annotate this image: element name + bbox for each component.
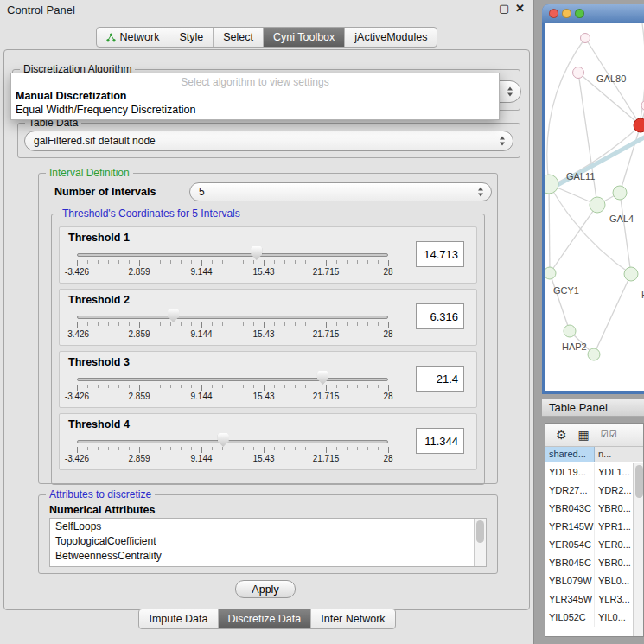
table-panel-title: Table Panel bbox=[549, 401, 608, 414]
collapse-window-icon[interactable]: ▢ bbox=[499, 2, 509, 15]
select-columns-icon[interactable]: ☑☑ bbox=[601, 430, 618, 439]
tab-network[interactable]: Network bbox=[97, 28, 169, 47]
apply-button[interactable]: Apply bbox=[235, 580, 296, 598]
slider-track[interactable] bbox=[77, 378, 388, 381]
cell-name[interactable]: YDL1... bbox=[595, 463, 633, 481]
table-row[interactable]: YER054CYER0... bbox=[545, 536, 633, 554]
cell-name[interactable]: YBR0... bbox=[595, 554, 633, 572]
threshold-value-box[interactable]: 6.316 bbox=[416, 303, 464, 329]
cell-shared-name[interactable]: YBR043C bbox=[545, 500, 595, 518]
table-row[interactable]: YDL19...YDL1... bbox=[545, 463, 633, 481]
tab-jactivemodules[interactable]: jActiveModules bbox=[344, 28, 437, 47]
network-edge[interactable] bbox=[549, 184, 550, 273]
bottom-tab-row: Impute Data Discretize Data Infer Networ… bbox=[0, 609, 534, 629]
cell-shared-name[interactable]: YBL079W bbox=[545, 572, 595, 590]
interval-definition-group: Interval Definition Number of Intervals … bbox=[38, 173, 498, 484]
network-node[interactable] bbox=[613, 186, 627, 200]
network-edge[interactable] bbox=[620, 193, 631, 274]
table-row[interactable]: YBR043CYBR0... bbox=[545, 500, 633, 518]
tab-cyni-toolbox[interactable]: Cyni Toolbox bbox=[263, 28, 344, 47]
cell-shared-name[interactable]: YER054C bbox=[545, 536, 595, 554]
slider-thumb[interactable] bbox=[218, 433, 229, 447]
column-header-name[interactable]: n... bbox=[595, 447, 643, 462]
network-node[interactable] bbox=[573, 67, 584, 79]
slider-track[interactable] bbox=[77, 316, 388, 319]
threshold-value-box[interactable]: 14.713 bbox=[416, 241, 464, 267]
network-window-titlebar[interactable] bbox=[542, 4, 644, 23]
list-item[interactable]: BetweennessCentrality bbox=[50, 548, 486, 563]
network-node[interactable] bbox=[581, 34, 590, 43]
window-title: Control Panel bbox=[7, 3, 75, 16]
cell-name[interactable]: YIL0... bbox=[595, 609, 633, 627]
slider-thumb[interactable] bbox=[251, 246, 262, 260]
control-panel-window: Control Panel ▢ ✕ Network Style Select C… bbox=[0, 0, 534, 644]
cell-name[interactable]: YER0... bbox=[595, 536, 633, 554]
threshold-value-box[interactable]: 11.344 bbox=[416, 428, 464, 454]
list-item[interactable]: TopologicalCoefficient bbox=[50, 533, 486, 548]
list-item[interactable]: SelfLoops bbox=[50, 519, 486, 533]
cell-shared-name[interactable]: YLR345W bbox=[545, 590, 595, 609]
network-node[interactable] bbox=[545, 175, 558, 194]
table-row[interactable]: YPR145WYPR1... bbox=[545, 518, 633, 536]
network-canvas[interactable]: GAL80GAL11GAL4GCY1HAP2H bbox=[545, 23, 644, 391]
cell-shared-name[interactable]: YDR27... bbox=[545, 481, 595, 500]
network-node[interactable] bbox=[634, 118, 644, 132]
network-edge[interactable] bbox=[594, 274, 631, 354]
cell-shared-name[interactable]: YPR145W bbox=[545, 518, 595, 536]
network-node[interactable] bbox=[564, 325, 576, 337]
network-node[interactable] bbox=[588, 348, 600, 360]
columns-icon[interactable]: ▦ bbox=[578, 429, 590, 441]
tab-infer-network[interactable]: Infer Network bbox=[310, 609, 394, 628]
tab-select[interactable]: Select bbox=[213, 28, 263, 47]
scrollbar-thumb[interactable] bbox=[476, 520, 484, 543]
network-edge[interactable] bbox=[620, 125, 641, 193]
attributes-group: Attributes to discretize Numerical Attri… bbox=[38, 494, 498, 574]
cell-name[interactable]: YLR3... bbox=[595, 590, 633, 609]
cell-shared-name[interactable]: YIL052C bbox=[545, 609, 595, 627]
dropdown-option-manual[interactable]: Manual Discretization bbox=[11, 89, 499, 103]
network-edge[interactable] bbox=[578, 73, 597, 205]
table-row[interactable]: YBR045CYBR0... bbox=[545, 554, 633, 572]
network-edge[interactable] bbox=[547, 38, 585, 184]
cell-shared-name[interactable]: YBR045C bbox=[545, 554, 595, 572]
table-scrollbar[interactable] bbox=[633, 463, 643, 636]
network-node[interactable] bbox=[590, 197, 605, 213]
scale-label: 2.859 bbox=[128, 454, 150, 463]
zoom-button[interactable] bbox=[575, 9, 584, 18]
table-panel-window: ⚙ ▦ ☑☑ shared... n... YDL19...YDL1...YDR… bbox=[545, 423, 644, 637]
tab-discretize-data[interactable]: Discretize Data bbox=[218, 609, 311, 628]
slider-thumb[interactable] bbox=[317, 371, 328, 385]
minimize-button[interactable] bbox=[562, 9, 571, 18]
slider-thumb[interactable] bbox=[168, 309, 179, 322]
table-data-combo[interactable]: galFiltered.sif default node bbox=[24, 131, 513, 151]
table-row[interactable]: YLR345WYLR3... bbox=[545, 590, 633, 609]
table-row[interactable]: YBL079WYBL0... bbox=[545, 572, 633, 590]
cell-name[interactable]: YBR0... bbox=[595, 500, 633, 518]
slider-track[interactable] bbox=[77, 440, 388, 443]
network-node[interactable] bbox=[545, 267, 556, 279]
combo-stepper-icon bbox=[478, 188, 484, 197]
network-node[interactable] bbox=[624, 267, 638, 281]
dropdown-option-equal-width[interactable]: Equal Width/Frequency Discretization bbox=[11, 103, 499, 117]
tab-impute-data[interactable]: Impute Data bbox=[139, 609, 217, 628]
gear-icon[interactable]: ⚙ bbox=[556, 429, 567, 441]
tab-style[interactable]: Style bbox=[169, 28, 213, 47]
threshold-value-box[interactable]: 21.4 bbox=[416, 366, 464, 392]
scale-label: 15.43 bbox=[252, 267, 274, 277]
cell-name[interactable]: YDR2... bbox=[595, 481, 633, 500]
table-row[interactable]: YIL052CYIL0... bbox=[545, 609, 633, 627]
slider-track[interactable] bbox=[77, 253, 388, 257]
table-row[interactable]: YDR27...YDR2... bbox=[545, 481, 633, 500]
cell-shared-name[interactable]: YDL19... bbox=[545, 463, 595, 481]
attributes-scrollbar[interactable] bbox=[474, 519, 486, 566]
cell-name[interactable]: YBL0... bbox=[595, 572, 633, 590]
close-window-icon[interactable]: ✕ bbox=[515, 2, 525, 15]
cell-name[interactable]: YPR1... bbox=[595, 518, 633, 536]
column-header-shared-name[interactable]: shared... bbox=[545, 447, 595, 462]
node-label: GAL11 bbox=[566, 171, 595, 182]
close-button[interactable] bbox=[549, 9, 558, 18]
network-edge[interactable] bbox=[550, 273, 570, 331]
combo-stepper-icon bbox=[500, 137, 506, 146]
number-of-intervals-combo[interactable]: 5 bbox=[189, 182, 492, 201]
scrollbar-thumb[interactable] bbox=[635, 465, 643, 498]
